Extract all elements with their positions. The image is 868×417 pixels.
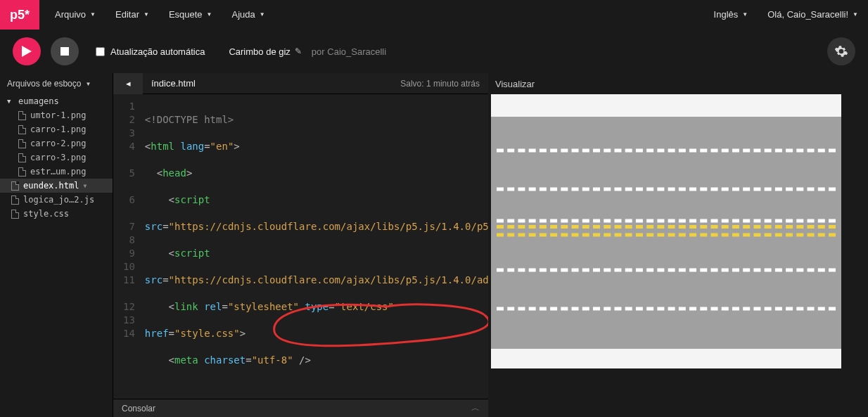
file-row[interactable]: logica_jo…2.js bbox=[0, 193, 113, 207]
file-name: carro-1.png bbox=[30, 124, 86, 134]
sketch-name-text: Carimbo de giz bbox=[229, 46, 290, 57]
file-name: eundex.html bbox=[23, 181, 79, 191]
str: "en" bbox=[210, 141, 234, 152]
str: "utf-8" bbox=[252, 354, 293, 366]
attr: lang bbox=[180, 141, 204, 152]
save-status: Salvo: 1 minuto atrás bbox=[400, 79, 488, 89]
file-row[interactable]: carro-1.png bbox=[0, 122, 113, 136]
stop-icon bbox=[60, 47, 69, 56]
caret-down-icon: ▼ bbox=[143, 0, 149, 30]
sidebar-header[interactable]: Arquivos de esboço ▼ bbox=[0, 73, 113, 94]
str: "https://cdnjs.cloudflare.com/ajax/libs/… bbox=[169, 221, 488, 232]
file-sidebar: Arquivos de esboço ▼ ▼ eumagens umtor-1.… bbox=[0, 73, 113, 417]
tag: html bbox=[151, 141, 174, 152]
attr: rel bbox=[204, 301, 222, 312]
str: "https://cdnjs.cloudflare.com/ajax/libs/… bbox=[169, 274, 488, 286]
file-row[interactable]: style.css bbox=[0, 207, 113, 221]
file-name: estr…um.png bbox=[30, 167, 86, 177]
logo[interactable]: p5* bbox=[0, 0, 39, 30]
file-row-selected[interactable]: eundex.html ▼ bbox=[0, 179, 113, 193]
console-label: Consolar bbox=[122, 404, 155, 413]
file-name: carro-2.png bbox=[30, 139, 86, 148]
tag: script bbox=[174, 248, 210, 259]
file-name: umtor-1.png bbox=[30, 110, 86, 120]
file-row[interactable]: carro-2.png bbox=[0, 136, 113, 150]
auto-refresh-label: Atualização automática bbox=[110, 46, 205, 57]
menu-file-label: Arquivo bbox=[55, 0, 86, 30]
menu-user-label: Olá, Caio_Saracelli! bbox=[767, 0, 848, 30]
settings-button[interactable] bbox=[827, 37, 855, 65]
preview-panel: Visualizar bbox=[488, 73, 868, 417]
file-name: carro-3.png bbox=[30, 153, 86, 162]
caret-down-icon: ▼ bbox=[207, 0, 212, 30]
menu-file[interactable]: Arquivo ▼ bbox=[45, 0, 106, 30]
caret-down-icon: ▼ bbox=[853, 0, 858, 30]
chevron-left-icon: ◂ bbox=[126, 78, 131, 89]
line-gutter: 1234 5 6 789 1011 12 1314 bbox=[113, 94, 141, 399]
tag: link bbox=[174, 301, 198, 312]
lane bbox=[491, 295, 841, 323]
play-icon bbox=[22, 46, 32, 57]
file-row[interactable]: estr…um.png bbox=[0, 165, 113, 179]
file-icon bbox=[11, 181, 19, 191]
str: "text/css" bbox=[335, 301, 394, 312]
caret-down-icon[interactable]: ▼ bbox=[83, 183, 90, 189]
folder-name: eumagens bbox=[18, 96, 59, 106]
by-text: por bbox=[312, 46, 325, 57]
auto-refresh-checkbox[interactable] bbox=[96, 47, 105, 56]
author-label: por Caio_Saracelli bbox=[312, 46, 386, 57]
file-icon bbox=[18, 153, 26, 162]
preview-canvas bbox=[491, 94, 841, 368]
code-content[interactable]: <!DOCTYPE html> <html lang="en"> <head> … bbox=[141, 94, 488, 399]
menu-language-label: Inglês bbox=[714, 0, 739, 30]
file-icon bbox=[11, 195, 19, 205]
tag: script bbox=[174, 194, 210, 205]
file-name: logica_jo…2.js bbox=[23, 195, 94, 205]
attr: charset bbox=[204, 354, 245, 366]
str: "stylesheet" bbox=[228, 301, 299, 312]
tag: head bbox=[162, 167, 186, 179]
attr: type bbox=[305, 301, 329, 312]
file-icon bbox=[18, 111, 26, 120]
file-icon bbox=[18, 139, 26, 148]
file-name: style.css bbox=[23, 209, 69, 219]
editor-tab[interactable]: índice.html bbox=[143, 78, 204, 89]
file-row[interactable]: carro-3.png bbox=[0, 150, 113, 165]
auto-refresh-toggle[interactable]: Atualização automática bbox=[96, 46, 205, 57]
caret-down-icon: ▼ bbox=[85, 81, 91, 87]
attr: src bbox=[145, 221, 162, 232]
menu-language[interactable]: Inglês ▼ bbox=[704, 0, 758, 30]
code-editor[interactable]: 1234 5 6 789 1011 12 1314 <!DOCTYPE html… bbox=[113, 94, 488, 399]
collapse-sidebar-button[interactable]: ◂ bbox=[113, 73, 143, 94]
caret-down-icon: ▼ bbox=[742, 0, 748, 30]
preview-header: Visualizar bbox=[488, 73, 868, 94]
menu-sketch-label: Esquete bbox=[169, 0, 203, 30]
menu-help[interactable]: Ajuda ▼ bbox=[222, 0, 275, 30]
caret-down-icon: ▼ bbox=[90, 0, 96, 30]
lane bbox=[491, 256, 841, 284]
lane-center bbox=[491, 231, 841, 238]
lane-center bbox=[491, 210, 841, 231]
lane bbox=[491, 175, 841, 203]
menu-user[interactable]: Olá, Caio_Saracelli! ▼ bbox=[758, 0, 868, 30]
folder-row[interactable]: ▼ eumagens bbox=[0, 94, 113, 108]
attr: href bbox=[145, 328, 169, 339]
run-button[interactable] bbox=[13, 37, 41, 65]
sketch-name[interactable]: Carimbo de giz ✎ bbox=[229, 46, 301, 57]
tag: meta bbox=[174, 354, 198, 366]
console-bar[interactable]: Consolar ︿ bbox=[113, 399, 488, 417]
triangle-down-icon: ▼ bbox=[7, 98, 14, 105]
menu-edit[interactable]: Editar ▼ bbox=[106, 0, 159, 30]
file-icon bbox=[18, 167, 26, 177]
str: "style.css" bbox=[174, 328, 240, 339]
editor-panel: ◂ índice.html Salvo: 1 minuto atrás 1234… bbox=[113, 73, 488, 417]
author-link[interactable]: Caio_Saracelli bbox=[327, 46, 386, 57]
doctype: <!DOCTYPE html> bbox=[145, 114, 234, 125]
chevron-up-icon[interactable]: ︿ bbox=[471, 402, 480, 414]
file-icon bbox=[18, 125, 26, 134]
sidebar-title: Arquivos de esboço bbox=[7, 79, 81, 89]
menu-edit-label: Editar bbox=[115, 0, 139, 30]
file-row[interactable]: umtor-1.png bbox=[0, 108, 113, 122]
stop-button[interactable] bbox=[51, 37, 79, 65]
menu-sketch[interactable]: Esquete ▼ bbox=[159, 0, 222, 30]
